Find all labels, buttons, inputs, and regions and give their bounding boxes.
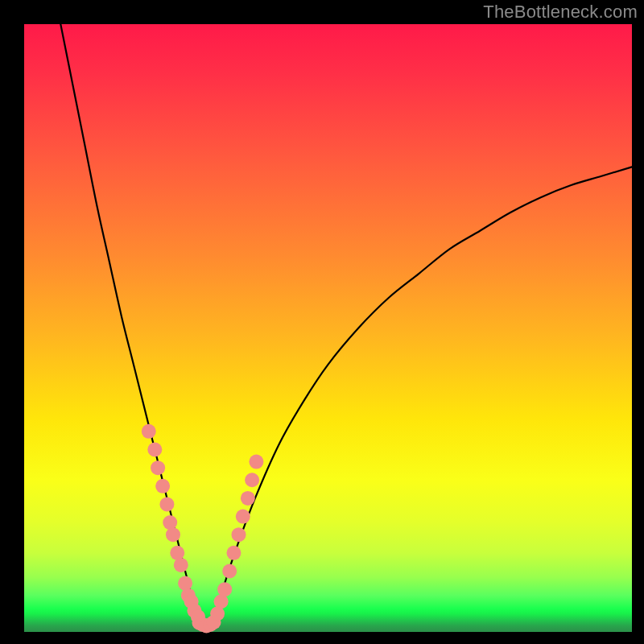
data-point (147, 443, 162, 457)
chart-frame: TheBottleneck.com (0, 0, 644, 644)
data-point (142, 424, 156, 439)
data-point (178, 576, 192, 591)
data-point (249, 455, 263, 469)
data-point (166, 527, 180, 542)
data-point (222, 564, 237, 579)
data-point (151, 460, 165, 475)
data-point (174, 558, 188, 572)
watermark-text: TheBottleneck.com (483, 2, 638, 23)
data-point (226, 546, 241, 560)
data-point (236, 510, 250, 524)
data-point (245, 473, 259, 487)
data-point (217, 582, 232, 597)
data-point (155, 479, 170, 493)
highlight-dots-left (142, 424, 205, 624)
bottleneck-curve (60, 24, 632, 625)
data-point (159, 497, 174, 511)
plot-area (24, 24, 632, 632)
data-point (163, 515, 177, 530)
data-point (232, 527, 246, 542)
chart-overlay (24, 24, 632, 632)
highlight-dots-right (210, 455, 263, 621)
data-point (241, 491, 255, 506)
